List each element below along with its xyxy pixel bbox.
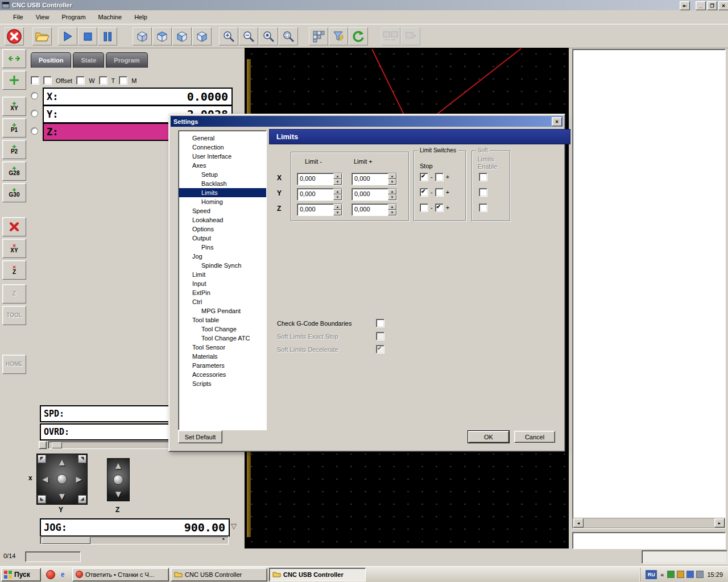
gcode-hscrollbar[interactable]: ◄ ►: [573, 518, 725, 528]
jog-x-plus-icon[interactable]: ►: [74, 475, 84, 484]
sidebar-z-button[interactable]: ✕Z: [2, 260, 26, 280]
language-indicator[interactable]: RU: [646, 570, 657, 579]
settings-tree-item-general[interactable]: General: [179, 134, 266, 143]
sidebar-goto-zero-button[interactable]: [2, 49, 26, 68]
limit-plus-x-input[interactable]: 0,000▲▼: [351, 173, 397, 185]
dock-button[interactable]: ⇤: [680, 1, 690, 10]
spin-up-icon[interactable]: ▲: [333, 189, 342, 194]
settings-tree-item-options[interactable]: Options: [179, 225, 266, 234]
pause-button[interactable]: [98, 27, 117, 45]
soft-limit-z-enable-checkbox[interactable]: [479, 203, 487, 212]
zoom-window-button[interactable]: [279, 27, 298, 45]
sidebar-clear-offset-button[interactable]: [2, 217, 26, 236]
zoom-in-button[interactable]: [219, 27, 238, 45]
title-bar[interactable]: CNC USB Controller ⇤ _ ❐ ✕: [0, 0, 728, 10]
sidebar-p1-button[interactable]: ✚P1: [2, 118, 26, 138]
check-g-code-boundaries-checkbox[interactable]: [376, 319, 384, 327]
limit-minus-z-input[interactable]: 0,000▲▼: [297, 203, 342, 216]
browser-e-icon[interactable]: e: [58, 570, 67, 579]
settings-tree-item-extpin[interactable]: ExtPin: [179, 288, 266, 297]
spin-down-icon[interactable]: ▼: [388, 210, 396, 215]
jog-z-plus-icon[interactable]: ▲: [114, 461, 123, 471]
settings-tree-item-limit[interactable]: Limit: [179, 270, 266, 279]
settings-tree-item-limits[interactable]: Limits: [179, 188, 266, 197]
zoom-out-button[interactable]: [239, 27, 258, 45]
axis-radio[interactable]: [31, 127, 38, 135]
jog-speed-slider-thumb[interactable]: [42, 537, 90, 544]
menu-machine[interactable]: Machine: [92, 11, 129, 23]
settings-tree-item-input[interactable]: Input: [179, 279, 266, 288]
override-slider-handle[interactable]: [39, 441, 47, 449]
sidebar-xy-button[interactable]: ✚XY: [2, 97, 26, 116]
scroll-left-icon[interactable]: ◄: [573, 518, 584, 527]
display-icon[interactable]: [696, 571, 704, 579]
zoom-extents-button[interactable]: [259, 27, 278, 45]
view-side-button[interactable]: [192, 27, 212, 45]
jog-y-plus-icon[interactable]: ▲: [57, 458, 67, 467]
settings-tree-item-tool-sensor[interactable]: Tool Sensor: [179, 343, 266, 352]
settings-tree-item-parameters[interactable]: Parameters: [179, 361, 266, 370]
jog-z-minus-icon[interactable]: ▼: [114, 489, 123, 499]
settings-tree-item-output[interactable]: Output: [179, 234, 266, 243]
jog-z-center-button[interactable]: [113, 475, 123, 485]
limit-switch-z-plus-checkbox[interactable]: ✔: [435, 203, 444, 212]
limit-plus-y-input[interactable]: 0,000▲▼: [351, 188, 397, 201]
update-icon[interactable]: [677, 571, 684, 579]
settings-tree-item-spindle-synch[interactable]: Spindle Synch: [179, 261, 266, 270]
spin-down-icon[interactable]: ▼: [333, 194, 342, 200]
spin-value[interactable]: 0,000: [352, 189, 388, 200]
sidebar-set-zero-button[interactable]: [2, 70, 26, 90]
sidebar-g28-button[interactable]: ✚G28: [2, 161, 26, 181]
settings-tree-item-homing[interactable]: Homing: [179, 197, 266, 206]
settings-tree-item-pins[interactable]: Pins: [179, 243, 266, 252]
scroll-track[interactable]: [584, 519, 714, 527]
settings-dialog-titlebar[interactable]: Settings ✕: [171, 116, 563, 127]
ok-button[interactable]: OK: [468, 431, 509, 443]
spin-value[interactable]: 0,000: [297, 189, 333, 200]
stop-button[interactable]: [78, 27, 97, 45]
override-slider-thumb[interactable]: [52, 442, 62, 448]
settings-tree-item-tool-table[interactable]: Tool table: [179, 315, 266, 325]
spin-up-icon[interactable]: ▲: [388, 173, 396, 179]
settings-tree-item-jog[interactable]: Jog: [179, 252, 266, 261]
limit-switch-y-plus-checkbox[interactable]: [435, 188, 444, 197]
start-button[interactable]: Пуск: [1, 568, 41, 581]
soft-limit-y-enable-checkbox[interactable]: [479, 188, 487, 197]
settings-tree-item-backlash[interactable]: Backlash: [179, 179, 266, 188]
simulate-button[interactable]: [309, 27, 328, 45]
taskbar-task-2[interactable]: CNC USB Controller: [269, 568, 366, 581]
limit-minus-x-input[interactable]: 0,000▲▼: [297, 173, 342, 185]
jog-speed-slider[interactable]: ►: [40, 536, 229, 544]
spin-down-icon[interactable]: ▼: [388, 179, 396, 185]
settings-tree-item-mpg-pendant[interactable]: MPG Pendant: [179, 306, 266, 315]
jog-diag-up-left-icon[interactable]: ◤: [38, 455, 46, 463]
axis-radio[interactable]: [31, 110, 38, 117]
taskbar-task-0[interactable]: Ответить • Станки с Ч...: [72, 568, 169, 581]
view-front-button[interactable]: [172, 27, 192, 45]
spin-down-icon[interactable]: ▼: [333, 179, 342, 185]
cancel-button[interactable]: Cancel: [514, 431, 555, 443]
view-top-button[interactable]: [152, 27, 172, 45]
spin-up-icon[interactable]: ▲: [388, 189, 396, 194]
sidebar-xy-button[interactable]: ✕XY: [2, 239, 26, 258]
settings-tree-item-scripts[interactable]: Scripts: [179, 379, 266, 388]
jog-diag-down-right-icon[interactable]: ◢: [78, 495, 86, 504]
filter-button[interactable]: [329, 27, 348, 45]
settings-tree-item-setup[interactable]: Setup: [179, 170, 266, 179]
settings-tree-item-tool-change[interactable]: Tool Change: [179, 325, 266, 334]
view-perspective-button[interactable]: [133, 27, 152, 45]
soft-limit-x-enable-checkbox[interactable]: [479, 173, 487, 181]
sidebar-p2-button[interactable]: ✚P2: [2, 140, 26, 159]
settings-tree-item-accessories[interactable]: Accessories: [179, 370, 266, 379]
jog-feed-dropdown-icon[interactable]: ▽: [231, 522, 237, 530]
menu-file[interactable]: File: [7, 11, 30, 23]
spin-down-icon[interactable]: ▼: [333, 210, 342, 215]
jog-diag-down-left-icon[interactable]: ◣: [38, 495, 46, 504]
close-button[interactable]: ✕: [718, 1, 728, 10]
settings-tree-item-axes[interactable]: Axes: [179, 161, 266, 170]
settings-tree-item-speed[interactable]: Speed: [179, 206, 266, 215]
spin-value[interactable]: 0,000: [352, 204, 388, 215]
limit-switch-y-minus-checkbox[interactable]: ✔: [420, 188, 428, 197]
spin-up-icon[interactable]: ▲: [388, 204, 396, 210]
gcode-list-panel[interactable]: [572, 49, 726, 529]
